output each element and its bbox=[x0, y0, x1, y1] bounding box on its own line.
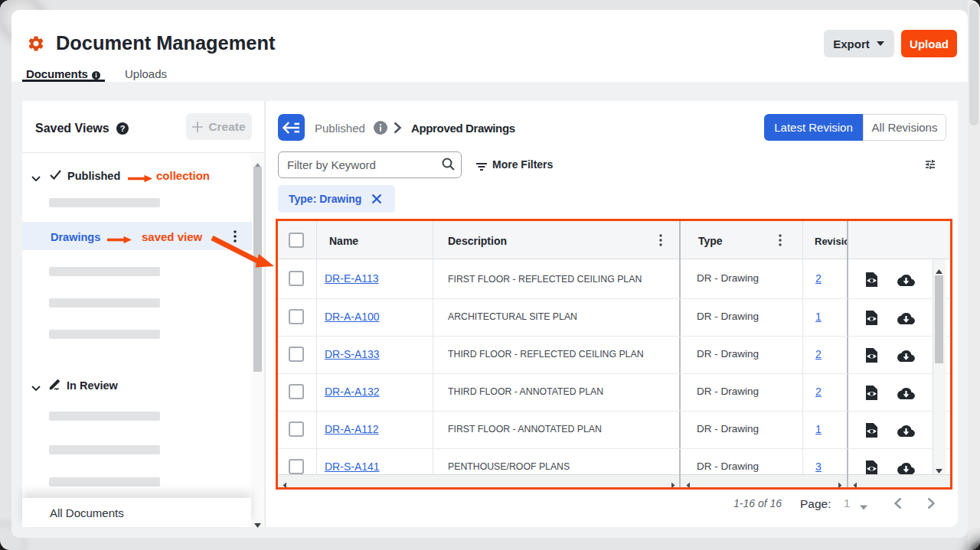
svg-text:?: ? bbox=[120, 124, 126, 133]
